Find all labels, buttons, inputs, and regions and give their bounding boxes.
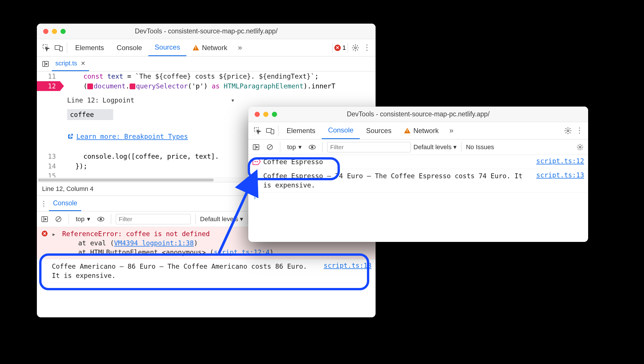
warning-icon (404, 128, 410, 133)
console-settings-gear-icon[interactable] (574, 144, 586, 151)
log-levels-selector[interactable]: Default levels ▾ (414, 143, 457, 151)
console-toolbar: top▾ Default levels ▾ No Issues (248, 139, 588, 155)
expand-triangle-icon[interactable]: ▸ (52, 230, 59, 238)
console-log-message[interactable]: Coffee Americano – 86 Euro – The Coffee … (37, 259, 376, 283)
settings-gear-icon[interactable] (350, 44, 361, 52)
object-cube-icon (130, 84, 135, 89)
svg-point-26 (311, 146, 313, 148)
chevron-down-icon: ▾ (240, 215, 243, 223)
tab-console[interactable]: Console (322, 122, 360, 139)
code-line: (document.querySelector('p') as HTMLPara… (60, 81, 376, 91)
close-icon[interactable] (255, 112, 260, 117)
console-filter-input[interactable] (327, 142, 411, 152)
tab-network[interactable]: Network (186, 39, 234, 56)
logpoint-editor: Line 12: Logpoint ▾ Learn more: Breakpoi… (62, 91, 240, 146)
svg-marker-6 (46, 63, 47, 65)
zoom-icon[interactable] (272, 112, 277, 117)
chevron-down-icon: ▾ (87, 215, 90, 223)
warning-icon (193, 45, 199, 50)
line-number[interactable]: 14 (37, 161, 60, 171)
tab-sources[interactable]: Sources (360, 122, 398, 139)
tab-elements[interactable]: Elements (69, 39, 110, 56)
drawer-kebab-icon[interactable]: ⋮ (39, 200, 49, 208)
context-selector[interactable]: top▾ (285, 143, 304, 151)
source-location-link[interactable]: script.ts:13 (536, 171, 584, 179)
logpoint-line-label: Line 12: (67, 95, 99, 105)
device-toggle-icon[interactable] (52, 44, 65, 52)
source-location-link[interactable]: script.ts:12 (536, 157, 584, 165)
clear-console-icon[interactable] (264, 144, 275, 151)
line-number[interactable]: 11 (37, 71, 60, 81)
main-tabs: Elements Console Sources Network » ✕1 ⋮ (37, 39, 376, 56)
learn-more-link[interactable]: Learn more: Breakpoint Types (67, 132, 235, 141)
live-expression-icon[interactable] (95, 216, 106, 222)
error-icon (41, 230, 49, 237)
console-logpoint-message[interactable]: Coffee Espresso script.ts:12 (248, 155, 588, 169)
breakpoint-badge[interactable]: 12 (37, 81, 60, 91)
error-count-badge[interactable]: ✕1 (334, 44, 346, 52)
log-text: Coffee Espresso (263, 157, 531, 166)
context-selector[interactable]: top▾ (73, 215, 92, 223)
more-tabs-icon[interactable]: » (445, 126, 458, 135)
log-levels-selector[interactable]: Default levels ▾ (200, 215, 243, 223)
svg-point-29 (257, 161, 258, 162)
close-tab-icon[interactable]: ✕ (81, 60, 86, 67)
chevron-down-icon[interactable]: ▾ (231, 95, 235, 105)
console-log-message[interactable]: Coffee Espresso – 74 Euro – The Coffee E… (248, 169, 588, 192)
filter-wrap (327, 142, 411, 152)
inspect-icon[interactable] (40, 44, 52, 52)
logpoint-type-select[interactable]: Logpoint (103, 95, 135, 105)
svg-point-28 (255, 161, 256, 162)
tab-network[interactable]: Network (398, 122, 445, 139)
navigator-toggle-icon[interactable] (39, 60, 52, 67)
tab-console[interactable]: Console (110, 39, 148, 56)
sidebar-toggle-icon[interactable] (251, 144, 262, 151)
live-expression-icon[interactable] (307, 144, 318, 150)
line-number[interactable]: 15 (37, 171, 60, 177)
line-number[interactable]: 13 (37, 151, 60, 161)
settings-gear-icon[interactable] (562, 127, 574, 134)
tab-sources[interactable]: Sources (148, 39, 186, 56)
stack-link[interactable]: VM4394 logpoint:1:38 (114, 239, 194, 247)
sidebar-toggle-icon[interactable] (39, 216, 50, 223)
kebab-menu-icon[interactable]: ⋮ (574, 126, 585, 135)
file-tabs: script.ts ✕ (37, 56, 376, 71)
issues-button[interactable]: No Issues (466, 143, 494, 151)
svg-point-3 (355, 47, 357, 49)
minimize-icon[interactable] (52, 29, 57, 34)
source-location-link[interactable]: script.ts:13 (324, 262, 372, 269)
error-text: ReferenceError: coffee is not defined (62, 230, 210, 238)
svg-line-11 (57, 217, 60, 221)
close-icon[interactable] (43, 29, 48, 34)
svg-point-19 (567, 130, 569, 132)
stack-link[interactable]: script.ts:12:4 (214, 249, 270, 256)
log-text: Coffee Americano – 86 Euro – The Coffee … (52, 262, 318, 280)
svg-marker-22 (256, 146, 258, 148)
chevron-down-icon: ▾ (453, 143, 457, 151)
device-toggle-icon[interactable] (264, 127, 276, 134)
console-output: Coffee Espresso script.ts:12 Coffee Espr… (248, 155, 588, 203)
console-filter-input[interactable] (116, 214, 191, 224)
inspect-icon[interactable] (251, 127, 264, 134)
window-title: DevTools - consistent-source-map-pc.netl… (37, 27, 376, 35)
file-tab-label: script.ts (55, 60, 77, 67)
console-prompt[interactable]: › (248, 192, 588, 203)
zoom-icon[interactable] (60, 29, 66, 34)
drawer-tab-console[interactable]: Console (49, 196, 81, 211)
tab-elements[interactable]: Elements (280, 122, 322, 139)
log-text: Coffee Espresso – 74 Euro – The Coffee E… (263, 171, 531, 190)
logpoint-expression-input[interactable] (67, 109, 113, 120)
minimize-icon[interactable] (263, 112, 268, 117)
error-icon: ✕ (334, 45, 341, 51)
logpoint-badge-icon (253, 158, 260, 166)
titlebar: DevTools - consistent-source-map-pc.netl… (37, 24, 376, 39)
svg-rect-2 (60, 47, 62, 51)
filter-wrap (116, 214, 191, 224)
svg-point-27 (579, 146, 581, 148)
file-tab-script[interactable]: script.ts ✕ (52, 56, 89, 71)
clear-console-icon[interactable] (53, 216, 64, 223)
more-tabs-icon[interactable]: » (234, 43, 246, 52)
code-line: const text = `The ${coffee} costs ${pric… (60, 71, 376, 81)
kebab-menu-icon[interactable]: ⋮ (361, 43, 373, 52)
svg-point-13 (100, 218, 102, 220)
